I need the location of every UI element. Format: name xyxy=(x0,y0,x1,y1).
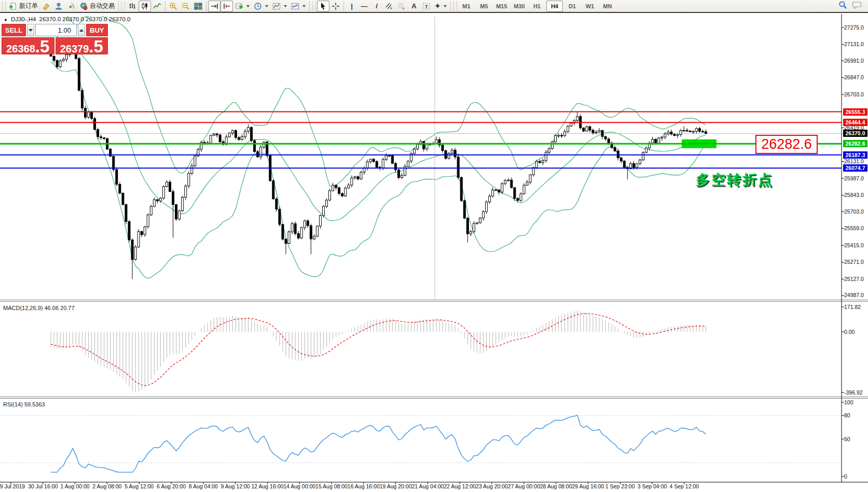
sell-price-pips: .5 xyxy=(35,39,50,54)
volume-increase-button[interactable] xyxy=(78,24,85,36)
mt4-window: 新订单 自动交易 xyxy=(0,0,868,492)
candles-layer xyxy=(50,38,707,279)
caret-down-icon xyxy=(29,29,33,32)
sell-price-main: 26368 xyxy=(6,43,35,55)
macd-layer xyxy=(51,311,706,392)
collapse-chart-icon[interactable]: ▲ xyxy=(4,17,8,22)
chart-ohlc-values: 26370.0 26370.0 26370.0 26370.0 xyxy=(39,16,131,22)
buy-price-display[interactable]: 26379.5 xyxy=(56,37,108,54)
turning-point-annotation[interactable]: 多空转折点 xyxy=(696,171,774,189)
chart-symbol-period: DJ30-,H4 xyxy=(11,16,36,22)
sell-button[interactable]: SELL xyxy=(2,24,26,36)
main-plot-layer xyxy=(0,1,842,300)
buy-price-pips: .5 xyxy=(89,39,103,54)
macd-header: MACD(12,26,9) 46.06 20.77 xyxy=(3,305,75,311)
chart-title: ▲ DJ30-,H4 26370.0 26370.0 26370.0 26370… xyxy=(4,16,130,22)
chart-canvas[interactable] xyxy=(0,0,868,492)
rsi-header: RSI(14) 59.5363 xyxy=(3,401,45,407)
buy-button[interactable]: BUY xyxy=(86,24,108,36)
buy-price-main: 26379 xyxy=(60,43,89,55)
caret-up-icon xyxy=(79,29,84,32)
volume-input[interactable] xyxy=(35,24,77,36)
sell-price-display[interactable]: 26368.5 xyxy=(2,37,54,54)
volume-decrease-button[interactable] xyxy=(27,24,34,36)
rsi-line xyxy=(51,415,706,472)
price-callout-box[interactable]: 26282.6 xyxy=(755,135,818,154)
one-click-trading-panel: SELL BUY 26368.5 26379.5 xyxy=(2,24,108,54)
